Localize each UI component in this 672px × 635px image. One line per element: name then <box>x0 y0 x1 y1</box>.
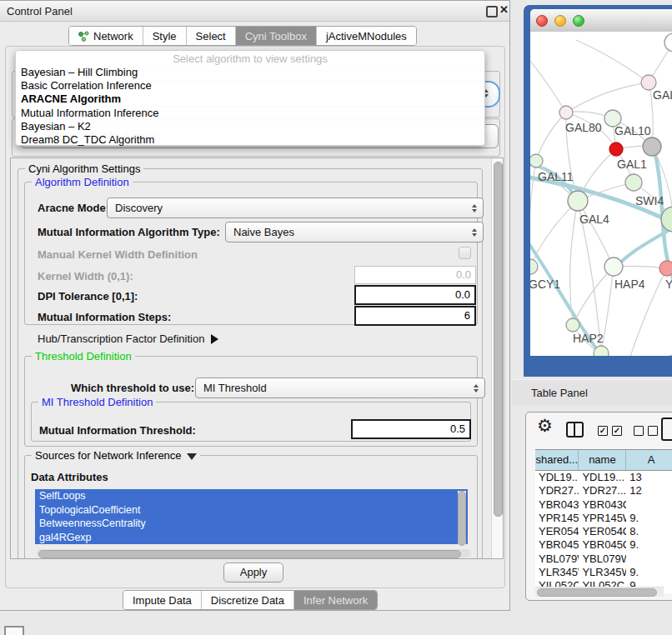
tab-discretize-data[interactable]: Discretize Data <box>201 591 293 609</box>
mi-algorithm-type-select[interactable]: Naive Bayes <box>225 222 484 242</box>
table-cell: 9. <box>626 538 672 552</box>
float-window-icon[interactable] <box>486 6 498 18</box>
table-row[interactable]: YLR345WYLR345W9. <box>535 566 672 579</box>
data-attribute-item[interactable]: TopologicalCoefficient <box>35 503 468 518</box>
network-node[interactable] <box>664 33 672 52</box>
attributes-hscrollbar[interactable] <box>37 549 471 558</box>
table-cell: YDR27... <box>535 484 579 498</box>
table-body: YDL19...YDL19...13YDR27...YDR27...12YBR0… <box>535 471 672 593</box>
network-node[interactable] <box>625 174 642 191</box>
close-traffic-light-icon[interactable] <box>536 15 548 27</box>
mi-steps-label: Mutual Information Steps: <box>38 311 171 323</box>
control-panel-titlebar[interactable]: Control Panel ✕ <box>0 1 509 22</box>
network-node[interactable] <box>530 259 538 274</box>
network-node[interactable] <box>609 142 623 156</box>
minimized-panel-icon[interactable] <box>4 626 24 635</box>
data-attribute-item[interactable]: gal4RGexp <box>35 531 468 545</box>
table-row[interactable]: YBL079WYBL079W <box>535 552 672 566</box>
mi-threshold-field[interactable]: 0.5 <box>351 419 471 439</box>
network-node[interactable] <box>568 191 588 211</box>
table-panel: ⚙ ✓ ✓ shared...nameA YDL19...YDL19...13Y… <box>525 412 672 601</box>
table-column-header[interactable]: A <box>626 450 672 470</box>
table-column-header[interactable]: shared... <box>535 450 579 470</box>
tab-style[interactable]: Style <box>143 27 186 45</box>
table-row[interactable]: YPR145WYPR145W9. <box>535 512 672 525</box>
checked-checkbox-icon[interactable]: ✓ <box>598 426 608 436</box>
data-attribute-item[interactable]: BetweennessCentrality <box>35 517 468 531</box>
node-label: GAL4 <box>579 212 609 226</box>
minimize-traffic-light-icon[interactable] <box>554 15 566 27</box>
algorithm-option[interactable]: Bayesian – K2 <box>16 120 484 133</box>
new-table-icon[interactable] <box>661 418 672 441</box>
attributes-list-scrollbar[interactable] <box>458 491 466 546</box>
network-node[interactable] <box>566 318 579 332</box>
which-threshold-select[interactable]: MI Threshold <box>195 378 485 398</box>
sources-title[interactable]: Sources for Network Inference <box>32 449 200 462</box>
table-cell: YLR345W <box>579 566 626 579</box>
manual-kernel-width-label: Manual Kernel Width Definition <box>38 248 198 261</box>
stepper-arrows-icon <box>472 228 477 237</box>
close-icon[interactable]: ✕ <box>499 3 509 16</box>
dpi-tolerance-field[interactable]: 0.0 <box>354 285 476 305</box>
columns-icon[interactable] <box>566 422 584 438</box>
data-attributes-list[interactable]: SelfLoopsTopologicalCoefficientBetweenne… <box>35 489 468 547</box>
table-cell: YDL19... <box>579 471 626 484</box>
kernel-width-label: Kernel Width (0,1): <box>38 270 133 282</box>
screen: Control Panel ✕ Inference Algorithm galF… <box>0 0 672 635</box>
zoom-traffic-light-icon[interactable] <box>573 15 584 27</box>
hub-definition-toggle[interactable]: Hub/Transcription Factor Definition <box>38 332 218 345</box>
algorithm-option[interactable]: Dream8 DC_TDC Algorithm <box>16 133 484 147</box>
network-view-inner: GALGAL80GAL10GAL1GAL11GAL4SWI4GCY1HAP4YH… <box>530 9 672 356</box>
network-node[interactable] <box>530 154 543 168</box>
table-row[interactable]: YDR27...YDR27...12 <box>535 484 672 498</box>
algorithm-dropdown-popup: Select algorithm to view settings Bayesi… <box>15 50 485 146</box>
disclosure-right-icon <box>211 334 218 344</box>
network-node[interactable] <box>594 346 609 356</box>
network-canvas[interactable]: GALGAL80GAL10GAL1GAL11GAL4SWI4GCY1HAP4YH… <box>530 32 672 356</box>
unchecked-checkbox-icon[interactable] <box>648 426 658 436</box>
settings-scrollbar[interactable] <box>491 158 504 558</box>
kernel-width-field[interactable]: 0.0 <box>354 266 476 284</box>
table-row[interactable]: YER054CYER054C8. <box>535 525 672 538</box>
algorithm-option[interactable]: Mutual Information Inference <box>16 107 484 120</box>
table-row[interactable]: YBR043CYBR043C <box>535 498 672 512</box>
tab-network[interactable]: Network <box>69 27 143 45</box>
unchecked-checkbox-icon[interactable] <box>634 426 644 436</box>
network-node[interactable] <box>659 261 672 276</box>
node-label: HAP4 <box>614 278 645 291</box>
table-cell: 8. <box>626 525 672 538</box>
network-node[interactable] <box>604 258 623 276</box>
tab-impute-data[interactable]: Impute Data <box>123 591 201 609</box>
table-panel-header: Table Panel <box>512 379 672 405</box>
tab-select[interactable]: Select <box>186 27 235 45</box>
gear-icon[interactable]: ⚙ <box>537 416 553 436</box>
network-node[interactable] <box>643 138 661 156</box>
mi-steps-field[interactable]: 6 <box>354 306 476 326</box>
algorithm-popup-list: Bayesian – Hill ClimbingBasic Correlatio… <box>16 66 484 147</box>
mi-algorithm-type-label: Mutual Information Algorithm Type: <box>38 226 220 238</box>
aracne-mode-select[interactable]: Discovery <box>107 198 484 218</box>
table-row[interactable]: YBR045CYBR045C9. <box>535 538 672 552</box>
network-graph: GALGAL80GAL10GAL1GAL11GAL4SWI4GCY1HAP4YH… <box>530 32 672 356</box>
tab-cyni-toolbox[interactable]: Cyni Toolbox <box>235 27 316 45</box>
checked-checkbox-icon[interactable]: ✓ <box>612 426 622 436</box>
tab-jactivemnodules[interactable]: jActiveMNodules <box>316 27 416 45</box>
table-row[interactable]: YDL19...YDL19...13 <box>535 471 672 484</box>
table-hscrollbar[interactable] <box>535 587 664 597</box>
algorithm-option[interactable]: Basic Correlation Inference <box>16 79 484 92</box>
algorithm-option[interactable]: ARACNE Algorithm <box>16 92 484 106</box>
table-cell: YDR27... <box>579 484 626 498</box>
table-cell <box>626 498 672 512</box>
network-window-titlebar[interactable] <box>530 9 672 32</box>
network-node[interactable] <box>559 106 573 119</box>
algorithm-option[interactable]: Bayesian – Hill Climbing <box>16 66 484 79</box>
tab-infer-network[interactable]: Infer Network <box>293 591 377 609</box>
manual-kernel-width-checkbox[interactable] <box>459 247 471 259</box>
apply-button[interactable]: Apply <box>223 562 283 582</box>
table-column-header[interactable]: name <box>579 450 626 470</box>
data-attribute-item[interactable]: SelfLoops <box>35 489 468 503</box>
node-label: GAL1 <box>617 158 647 171</box>
node-label: GCY1 <box>530 278 560 291</box>
node-label: HAP2 <box>573 332 604 345</box>
table-cell: YBL079W <box>535 552 579 566</box>
